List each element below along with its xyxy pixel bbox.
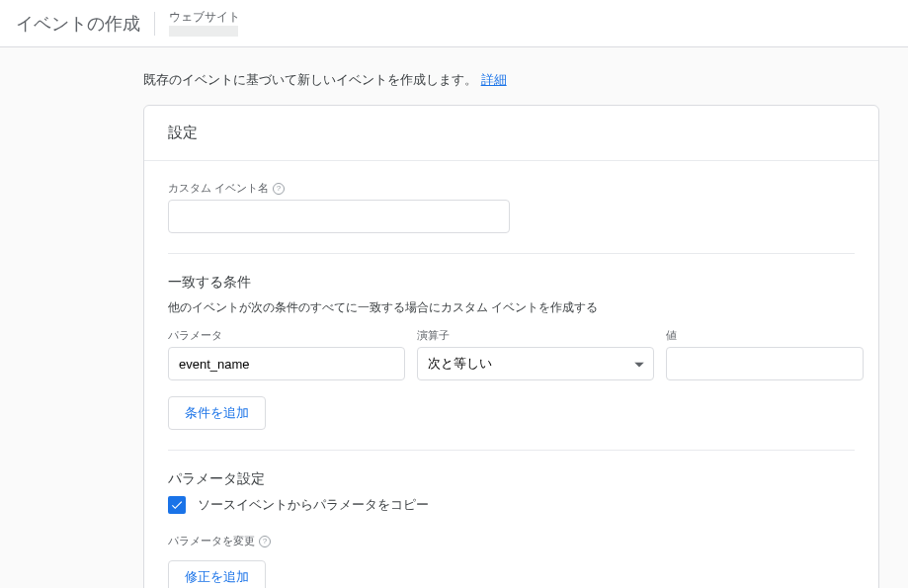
param-settings-title: パラメータ設定 [168,470,855,488]
condition-param-input[interactable] [168,347,405,380]
conditions-title: 一致する条件 [168,274,855,292]
custom-event-label-text: カスタム イベント名 [168,181,269,196]
header-context: ウェブサイト [169,10,240,36]
header-subtitle: ウェブサイト [169,10,240,24]
settings-card: 設定 カスタム イベント名 ? 一致する条件 他のイベントが次の条件のすべてに一… [143,105,879,588]
condition-operator-select[interactable] [417,347,654,380]
intro-text: 既存のイベントに基づいて新しいイベントを作成します。 詳細 [143,71,908,105]
modify-params-label: パラメータを変更 ? [168,534,855,548]
help-icon[interactable]: ? [259,536,271,547]
operator-label: 演算子 [417,328,654,343]
card-title: 設定 [168,124,198,140]
page-title: イベントの作成 [16,12,140,36]
copy-params-label: ソースイベントからパラメータをコピー [198,496,429,514]
header-redacted [169,26,238,37]
param-label: パラメータ [168,328,405,343]
value-label: 値 [666,328,864,343]
learn-more-link[interactable]: 詳細 [481,72,507,87]
modify-params-label-text: パラメータを変更 [168,534,255,548]
condition-value-input[interactable] [666,347,864,380]
add-condition-button[interactable]: 条件を追加 [168,396,266,430]
conditions-desc: 他のイベントが次の条件のすべてに一致する場合にカスタム イベントを作成する [168,299,855,316]
card-header: 設定 [144,106,878,161]
header-divider [154,12,155,36]
condition-operator-value[interactable] [417,347,654,380]
condition-row: パラメータ 演算子 値 [168,328,855,380]
intro-body: 既存のイベントに基づいて新しいイベントを作成します。 [143,72,477,87]
check-icon [170,498,184,512]
custom-event-name-input[interactable] [168,200,510,233]
copy-params-checkbox[interactable] [168,496,186,514]
custom-event-label: カスタム イベント名 ? [168,181,855,196]
add-modification-button[interactable]: 修正を追加 [168,560,266,588]
help-icon[interactable]: ? [273,183,285,195]
page-header: イベントの作成 ウェブサイト [0,0,908,47]
